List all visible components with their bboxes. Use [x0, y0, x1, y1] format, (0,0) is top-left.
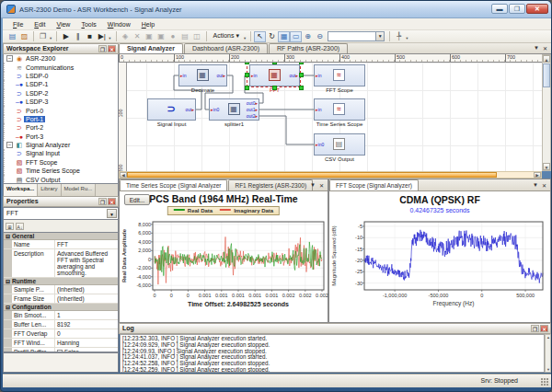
overflow-icon[interactable]: ▾: [109, 36, 110, 40]
tree-item-lsdp-1[interactable]: –●LSDP-1: [4, 80, 118, 88]
title-bar[interactable]: ASR-2300 Demo - ASR Workbench - Signal A…: [1, 1, 552, 18]
property-row[interactable]: DescriptionAdvanced Buffered FFT with Sp…: [4, 249, 118, 278]
property-group-runtime[interactable]: ⊟Runtime: [4, 278, 118, 285]
close-panel-icon[interactable]: ✕: [108, 45, 116, 52]
property-row[interactable]: Bin Smoot...1: [4, 311, 118, 320]
scrollbar-thumb[interactable]: [127, 172, 497, 178]
screen-icon[interactable]: ▭: [290, 31, 302, 42]
zoom-out-icon[interactable]: ⊖: [314, 31, 326, 42]
export-image-icon[interactable]: ▨: [18, 31, 30, 42]
save-icon[interactable]: ▤: [6, 31, 18, 42]
doc-tab-dashboard-asr-2300-[interactable]: Dashboard (ASR-2300): [184, 43, 268, 53]
minimize-button[interactable]: ▬: [491, 4, 508, 14]
sort-az-icon[interactable]: A↓: [16, 223, 24, 230]
pane-tab-fft-scope-signal-analyzer-[interactable]: FFT Scope (Signal Analyzer): [329, 179, 419, 190]
menu-edit[interactable]: Edit: [29, 20, 50, 29]
expander-icon[interactable]: −: [6, 142, 13, 148]
doc-tab-rf-paths-asr-2300-[interactable]: RF Paths (ASR-2300): [269, 43, 348, 53]
dock-icon[interactable]: ❐: [98, 45, 107, 52]
menu-view[interactable]: View: [52, 20, 75, 29]
property-row[interactable]: NameFFT: [4, 240, 118, 249]
close-panel-icon[interactable]: ✕: [540, 325, 548, 332]
selection-handle[interactable]: [245, 63, 249, 64]
rotate-icon[interactable]: ↻: [266, 31, 278, 42]
block-csv-output[interactable]: ▤▸in0: [314, 133, 365, 156]
menu-help[interactable]: Help: [137, 20, 159, 29]
block-splitter1[interactable]: ▦▸in0out0▸out1▸out2▸: [209, 98, 259, 121]
scroll-up-icon[interactable]: ▲: [543, 55, 550, 63]
selection-handle[interactable]: [272, 86, 277, 90]
property-row[interactable]: FFT Wind...Hanning: [4, 339, 118, 348]
chevron-down-icon[interactable]: ▼: [107, 209, 117, 218]
close-tab-icon[interactable]: ✕: [543, 45, 547, 52]
window-layout-icon[interactable]: ❐: [37, 31, 49, 42]
tree-item-port-1[interactable]: ⊃Port-1: [4, 115, 118, 123]
selection-handle[interactable]: [245, 86, 249, 90]
tree-item-lsdp-3[interactable]: –●LSDP-3: [4, 98, 118, 106]
property-row[interactable]: Frame Size(Inherited): [4, 294, 118, 304]
tree-item-port-0[interactable]: ⊃Port-0: [4, 106, 118, 114]
scroll-down-icon[interactable]: ▼: [546, 367, 550, 372]
selection-handle[interactable]: [299, 73, 304, 77]
expander-icon[interactable]: −: [6, 55, 13, 62]
pane-tab-time-series-scope-signal-analy[interactable]: Time Series Scope (Signal Analyzer: [120, 179, 227, 190]
diagram-vertical-scrollbar[interactable]: ▲ ▼: [542, 54, 551, 171]
block-fft-scope[interactable]: ≈▸in: [314, 64, 365, 86]
close-panel-icon[interactable]: ✕: [108, 198, 116, 205]
port-out1[interactable]: out1▸: [247, 107, 258, 112]
pin-icon[interactable]: ▼: [534, 45, 539, 52]
scroll-up-icon[interactable]: ▲: [546, 335, 550, 340]
connector-icon[interactable]: ╄: [393, 31, 405, 42]
collapse-icon[interactable]: ⊟: [4, 304, 12, 310]
tree-item-signal-analyzer[interactable]: −◧Signal Analyzer: [4, 141, 118, 149]
scroll-down-icon[interactable]: ▼: [543, 163, 550, 170]
overflow-icon[interactable]: ▾: [50, 36, 52, 40]
port-in0[interactable]: ▸in0: [316, 142, 324, 147]
tree-item-signal-input[interactable]: ⊃Signal Input: [4, 149, 118, 157]
diagram-canvas[interactable]: 100200 ▦▸inout▸Decimate▦▸inout▸FFT≈▸inFF…: [119, 63, 542, 171]
zoom-combo-box[interactable]: ▼: [328, 31, 385, 41]
panel-tab-1[interactable]: Library: [38, 184, 61, 196]
block-decimate[interactable]: ▦▸inout▸: [178, 64, 227, 86]
menu-file[interactable]: File: [8, 20, 28, 29]
tree-item-csv-output[interactable]: ▤CSV Output: [4, 175, 118, 183]
block-signal-input[interactable]: ⊃out▸: [147, 98, 196, 121]
port-out[interactable]: out▸: [217, 73, 225, 78]
log-list[interactable]: [12:23:52.303, INFO ] Signal Analyzer ex…: [120, 334, 545, 373]
scroll-left-icon[interactable]: ◀: [120, 172, 127, 178]
selection-handle[interactable]: [245, 73, 249, 77]
close-button[interactable]: ✕: [526, 4, 548, 14]
zoom-in-icon[interactable]: ⊕: [302, 31, 314, 42]
dock-icon[interactable]: ❐: [531, 325, 539, 332]
resize-grip[interactable]: [540, 377, 548, 386]
tree-item-communications[interactable]: ≋Communications: [4, 63, 118, 71]
port-out0[interactable]: out0▸: [247, 100, 258, 106]
property-group-general[interactable]: ⊟General: [4, 233, 118, 240]
panel-tab-2[interactable]: Model Ru...: [62, 184, 97, 196]
scrollbar-thumb[interactable]: [543, 63, 550, 87]
tree-item-port-2[interactable]: ⊃Port-2: [4, 123, 118, 132]
menu-window[interactable]: Window: [103, 20, 135, 29]
property-row[interactable]: Buffer Len...8192: [4, 320, 118, 329]
dock-icon[interactable]: ❐: [98, 198, 107, 205]
run-icon[interactable]: ▶: [60, 31, 72, 42]
grid-icon[interactable]: ▦: [278, 31, 290, 42]
property-group-configuration[interactable]: ⊟Configuration: [4, 304, 118, 311]
close-tab-icon[interactable]: ✕: [542, 182, 546, 189]
port-in[interactable]: ▸in: [180, 73, 186, 78]
tree-item-lsdp-2[interactable]: ⊃LSDP-2: [4, 89, 118, 98]
doc-tab-signal-analyzer[interactable]: Signal Analyzer: [119, 43, 183, 53]
selection-handle[interactable]: [299, 86, 304, 90]
property-row[interactable]: Sample P...(Inherited): [4, 285, 118, 294]
overflow-icon[interactable]: ▾: [406, 36, 408, 40]
properties-selector[interactable]: FFT ▼: [3, 207, 119, 220]
pin-icon[interactable]: ▼: [310, 182, 316, 189]
pause-icon[interactable]: ∥: [72, 31, 84, 42]
collapse-icon[interactable]: ⊟: [4, 278, 12, 284]
menu-tools[interactable]: Tools: [76, 20, 100, 29]
collapse-icon[interactable]: ⊟: [4, 233, 12, 239]
selection-handle[interactable]: [272, 63, 277, 64]
panel-tab-0[interactable]: Workspa...: [4, 184, 38, 196]
log-scrollbar[interactable]: ▲ ▼: [545, 334, 551, 373]
tree-item-lsdp-0[interactable]: ⊃LSDP-0: [4, 72, 118, 80]
